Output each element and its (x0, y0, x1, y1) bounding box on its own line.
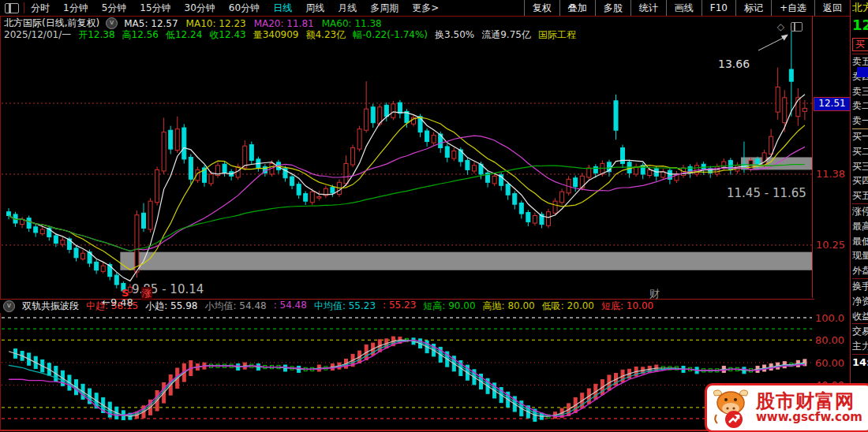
quote-info-segment-10: 国际工程 (538, 28, 576, 42)
quote-info-segment-1: 开12.38 (78, 28, 114, 42)
sidebar-group-2: 涨停最高最低现量外盘 (852, 203, 868, 278)
toolbar-divider (24, 2, 24, 13)
indicator-axis-label-1: 80.00 (812, 334, 847, 346)
sidebar-row-3-1: 净资 (852, 294, 868, 309)
indicator-value-6: 短高: 90.00 (423, 300, 475, 313)
indicator-value-2: 小均值: 54.48 (204, 300, 266, 313)
sidebar-row-1-2: 买三 (852, 159, 868, 174)
high-price-label: 13.66 (718, 58, 750, 70)
quote-info-segment-0: 2025/12/01/一 (4, 28, 71, 42)
indicator-value-9: 短底: 10.00 (601, 300, 653, 313)
toolbar-button-5[interactable]: F10 (702, 0, 735, 16)
sidebar-row-1-1: 买二 (852, 144, 868, 159)
indicator-axis-label-0: 100.0 (812, 312, 847, 324)
period-menu-item-10[interactable]: 更多> (412, 2, 439, 15)
indicator-value-8: 低吸: 20.00 (542, 300, 594, 313)
toolbar-button-1[interactable]: 叠加 (559, 0, 595, 16)
period-menu-item-0[interactable]: 分时 (31, 2, 50, 15)
sidebar-stock-name: 北方 (852, 0, 868, 15)
signal-s-badge: S (122, 287, 129, 300)
quote-info-row: 2025/12/01/一开12.38高12.56低12.24收12.43量340… (4, 28, 576, 42)
period-menu-item-5[interactable]: 60分钟 (229, 2, 260, 15)
sidebar-row-3-0: 换手 (852, 279, 868, 294)
site-logo[interactable]: 股市财富网 www.gscfw.com (705, 383, 868, 432)
sidebar-row-2-1: 最高 (852, 219, 868, 234)
sidebar-group-1: 买一买二买三买四买五 (852, 128, 868, 203)
sidebar-time: 14:5 (852, 354, 868, 370)
sidebar-row-1-4: 买五 (852, 188, 868, 203)
sidebar-row-0-4: 卖一 (852, 114, 868, 128)
ma-legend-item-3: MA60: 11.38 (322, 18, 382, 29)
quote-sidebar: 北方12.4买卖五卖四卖三卖二卖一买一买二买三买四买五涨停最高最低现量外盘换手净… (850, 0, 868, 432)
toolbar-button-2[interactable]: 多股 (595, 0, 630, 16)
sidebar-group-4: 交易主力 (852, 323, 868, 354)
bull-icon (710, 388, 751, 429)
ma-legend: MA5: 12.57MA10: 12.23MA20: 11.81MA60: 11… (124, 18, 382, 29)
zone2-range-label: 11.45 - 11.65 (727, 186, 806, 200)
quote-info-segment-4: 收12.43 (209, 28, 245, 42)
logo-title: 股市财富网 (756, 392, 862, 412)
sidebar-row-4-0: 交易 (852, 324, 868, 339)
quote-info-segment-7: 幅-0.22(-1.74%) (353, 28, 428, 42)
last-price-tag: 12.51 (814, 97, 851, 111)
main-chart[interactable]: 北方国际(日线,前复权) v MA5: 12.57MA10: 12.23MA20… (0, 16, 812, 298)
sidebar-selection-highlight (857, 67, 868, 77)
sidebar-row-3-2: 收益 (852, 309, 868, 324)
price-axis-label-1: 10.25 (813, 239, 848, 251)
indicator-values: 中趋: 58.15小趋: 55.98小均值: 54.48: 54.48中均值: … (86, 300, 653, 313)
sidebar-row-1-3: 买四 (852, 173, 868, 188)
period-menu-item-2[interactable]: 5分钟 (102, 2, 127, 15)
indicator-name: 双轨共振波段 (22, 300, 79, 313)
quote-info-segment-3: 低12.24 (166, 28, 202, 42)
period-menu-item-1[interactable]: 1分钟 (63, 2, 88, 15)
period-menu-item-3[interactable]: 15分钟 (140, 2, 170, 15)
sidebar-last-price: 12.4 (852, 15, 868, 36)
left-border (0, 16, 1, 430)
indicator-value-7: 高抛: 80.00 (483, 300, 535, 313)
ma-legend-item-2: MA20: 11.81 (254, 18, 314, 29)
indicator-panel[interactable] (0, 312, 812, 430)
sidebar-row-1-0: 买一 (852, 129, 868, 144)
toolbar-button-8[interactable]: 返回 (814, 0, 850, 16)
price-axis: 12.51 11.3810.25 (812, 16, 850, 298)
toolbar-button-7[interactable]: +自选 (771, 0, 814, 16)
watermark-text: 财 (649, 287, 660, 301)
sidebar-row-2-3: 现量 (852, 248, 868, 263)
candlestick-chart-canvas[interactable] (1, 16, 812, 298)
sidebar-row-2-0: 涨停 (852, 204, 868, 219)
period-menu-item-9[interactable]: 多周期 (370, 2, 398, 15)
quote-info-segment-2: 高12.56 (122, 28, 159, 42)
toolbar-button-3[interactable]: 统计 (630, 0, 666, 16)
period-menu-item-4[interactable]: 30分钟 (185, 2, 215, 15)
buy-button[interactable]: 买 (852, 38, 868, 51)
diamond-marker-icon[interactable]: ◇ (777, 21, 784, 32)
indicator-value-5: : 55.23 (383, 300, 416, 313)
quote-info-segment-9: 流通9.75亿 (481, 28, 531, 42)
indicator-value-3: : 54.48 (274, 300, 307, 313)
quote-info-segment-6: 额4.23亿 (305, 28, 346, 42)
indicator-value-1: 小趋: 55.98 (145, 300, 197, 313)
oscillator-chart-canvas[interactable] (1, 312, 812, 430)
sidebar-row-4-1: 主力 (852, 339, 868, 354)
signal-rise-badge: 涨 (141, 287, 152, 300)
toolbar-button-6[interactable]: 标记 (735, 0, 771, 16)
ma-legend-item-1: MA10: 12.23 (186, 18, 246, 29)
split-pane-icon[interactable] (5, 3, 19, 13)
indicator-axis-label-2: 60.00 (812, 357, 847, 369)
sidebar-row-0-2: 卖三 (852, 84, 868, 99)
indicator-chevron-icon[interactable]: v (3, 300, 15, 312)
toolbar-actions: 复权叠加多股统计画线F10标记+自选返回 (524, 0, 850, 16)
toolbar-button-4[interactable]: 画线 (666, 0, 702, 16)
period-menu-item-7[interactable]: 周线 (305, 2, 324, 15)
sidebar-group-3: 换手净资收益 (852, 278, 868, 323)
quote-info-segment-8: 换3.50% (435, 28, 474, 42)
logo-url: www.gscfw.com (756, 412, 862, 424)
collapse-chevron-icon[interactable]: v (106, 17, 118, 29)
period-menu-item-8[interactable]: 月线 (338, 2, 357, 15)
period-menu-item-6[interactable]: 日线 (273, 2, 292, 15)
sidebar-row-2-2: 最低 (852, 234, 868, 249)
quote-info-segment-5: 量340909 (253, 28, 299, 42)
toolbar-button-0[interactable]: 复权 (524, 0, 559, 16)
mini-pane-icon[interactable] (791, 22, 803, 32)
price-axis-label-0: 11.38 (813, 168, 848, 180)
